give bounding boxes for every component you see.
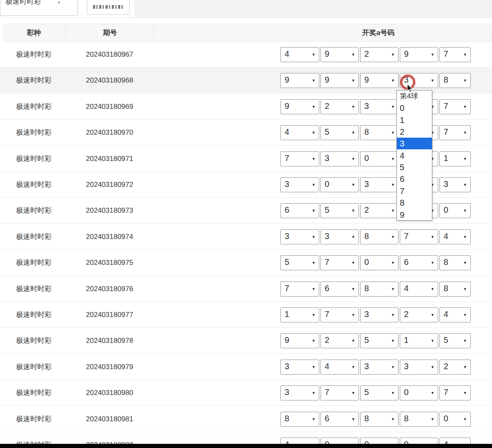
period-number-cell: 202403180981	[66, 406, 154, 432]
ball-select-3[interactable]: 3▼	[360, 99, 399, 114]
period-number-cell: 202403180977	[66, 302, 154, 328]
ball-select-3[interactable]: 8▼	[360, 282, 399, 297]
ball-select-5[interactable]: 3▼	[439, 177, 471, 192]
ball-select-value: 8	[444, 284, 448, 293]
select-caret-icon: ▼	[463, 78, 467, 83]
ball-select-2[interactable]: 3▼	[320, 229, 359, 244]
ball-select-1[interactable]: 3▼	[280, 360, 319, 375]
dropdown-option[interactable]: 2	[397, 126, 432, 138]
ball-select-3[interactable]: 8▼	[360, 125, 399, 140]
ball-select-3[interactable]: 2▼	[360, 47, 399, 62]
ball-select-3[interactable]: 3▼	[360, 307, 399, 322]
ball-select-5[interactable]: 7▼	[439, 125, 471, 140]
ball-select-4[interactable]: 9▼	[400, 47, 438, 62]
select-caret-icon: ▼	[391, 235, 395, 239]
ball-select-2[interactable]: 5▼	[320, 125, 359, 140]
ball-select-2[interactable]: 0▼	[320, 177, 359, 192]
ball-select-5[interactable]: 7▼	[439, 385, 471, 400]
period-number-cell: 202403180980	[66, 380, 154, 406]
ball-select-5[interactable]: 0▼	[439, 203, 471, 218]
ball-select-value: 5	[285, 257, 289, 267]
ball-select-value: 8	[364, 232, 369, 241]
ball-select-4[interactable]: 4▼	[400, 282, 438, 297]
dropdown-option[interactable]: 9	[397, 209, 432, 221]
toolbar-button[interactable]	[87, 0, 130, 15]
dropdown-option[interactable]: 8	[397, 197, 432, 209]
ball-select-3[interactable]: 0▼	[360, 255, 399, 270]
select-caret-icon: ▼	[351, 417, 355, 421]
dropdown-option[interactable]: 1	[397, 114, 432, 126]
ball-select-5[interactable]: 0▼	[439, 412, 471, 427]
ball-select-5[interactable]: 8▼	[439, 282, 471, 297]
ball-select-2[interactable]: 7▼	[320, 255, 359, 270]
ball-select-5[interactable]: 7▼	[439, 99, 471, 114]
ball-select-5[interactable]: 4▼	[439, 307, 471, 322]
ball-select-2[interactable]: 7▼	[320, 385, 359, 400]
lottery-type-select[interactable]: 极速时时彩 ▾	[0, 0, 78, 16]
ball-select-4[interactable]: 3▼	[400, 360, 438, 375]
ball-select-5[interactable]: 2▼	[439, 360, 471, 375]
ball-select-1[interactable]: 6▼	[280, 203, 319, 218]
select-caret-icon: ▼	[351, 391, 355, 395]
ball-select-1[interactable]: 4▼	[280, 125, 319, 140]
chevron-down-icon: ▾	[58, 0, 60, 5]
ball-select-2[interactable]: 3▼	[320, 151, 359, 166]
ball-select-2[interactable]: 6▼	[320, 282, 359, 297]
ball-select-value: 5	[364, 335, 369, 345]
ball-select-3[interactable]: 5▼	[360, 385, 399, 400]
ball-select-2[interactable]: 2▼	[320, 333, 359, 348]
ball-select-4[interactable]: 1▼	[400, 333, 438, 348]
ball-select-1[interactable]: 1▼	[280, 307, 319, 322]
ball-select-3[interactable]: 0▼	[360, 151, 399, 166]
dropdown-option[interactable]: 3	[397, 138, 432, 149]
ball-select-5[interactable]: 8▼	[439, 73, 471, 88]
ball-select-3[interactable]: 2▼	[360, 203, 399, 218]
ball-select-2[interactable]: 7▼	[320, 307, 359, 322]
ball-select-1[interactable]: 7▼	[280, 282, 319, 297]
dropdown-option[interactable]: 5	[397, 161, 432, 173]
ball-select-4[interactable]: 6▼	[400, 255, 438, 270]
ball-select-1[interactable]: 4▼	[280, 47, 319, 62]
ball-select-value: 6	[285, 205, 289, 215]
dropdown-option[interactable]: 4	[397, 150, 432, 161]
ball-select-5[interactable]: 1▼	[439, 151, 471, 166]
ball-select-5[interactable]: 7▼	[439, 47, 471, 62]
ball-select-value: 1	[444, 154, 448, 163]
ball-select-3[interactable]: 5▼	[360, 333, 399, 348]
ball-select-3[interactable]: 8▼	[360, 412, 399, 427]
ball-select-1[interactable]: 9▼	[280, 333, 319, 348]
ball-select-1[interactable]: 9▼	[280, 99, 319, 114]
ball-select-3[interactable]: 3▼	[360, 360, 399, 375]
ball-select-1[interactable]: 3▼	[280, 177, 319, 192]
ball-select-3[interactable]: 9▼	[360, 73, 399, 88]
ball-select-4[interactable]: 8▼	[400, 412, 438, 427]
ball-select-2[interactable]: 9▼	[320, 73, 359, 88]
dropdown-option[interactable]: 第4球	[397, 91, 432, 102]
ball-select-5[interactable]: 5▼	[439, 333, 471, 348]
ball-select-1[interactable]: 8▼	[280, 412, 319, 427]
period-number-cell: 202403180974	[66, 224, 154, 250]
ball-select-2[interactable]: 9▼	[320, 47, 359, 62]
ball-select-2[interactable]: 4▼	[320, 360, 359, 375]
ball-select-4[interactable]: 0▼	[400, 385, 438, 400]
dropdown-option[interactable]: 0	[397, 102, 432, 114]
ball-select-1[interactable]: 5▼	[280, 255, 319, 270]
select-caret-icon: ▼	[463, 261, 467, 265]
ball-select-5[interactable]: 8▼	[439, 255, 471, 270]
ball-select-1[interactable]: 7▼	[280, 151, 319, 166]
select-caret-icon: ▼	[431, 261, 434, 265]
ball-select-5[interactable]: 4▼	[439, 229, 471, 244]
ball-select-2[interactable]: 6▼	[320, 412, 359, 427]
ball-select-4[interactable]: 2▼	[400, 307, 438, 322]
ball-select-1[interactable]: 3▼	[280, 385, 319, 400]
ball-select-3[interactable]: 3▼	[360, 177, 399, 192]
period-number-cell: 202403180967	[66, 42, 154, 68]
ball-select-2[interactable]: 5▼	[320, 203, 359, 218]
ball-select-1[interactable]: 3▼	[280, 229, 319, 244]
dropdown-option[interactable]: 7	[397, 185, 432, 197]
ball-select-4[interactable]: 7▼	[400, 229, 438, 244]
dropdown-option[interactable]: 6	[397, 173, 432, 185]
ball-select-3[interactable]: 8▼	[360, 229, 399, 244]
ball-select-2[interactable]: 2▼	[320, 99, 359, 114]
ball-select-1[interactable]: 9▼	[280, 73, 319, 88]
